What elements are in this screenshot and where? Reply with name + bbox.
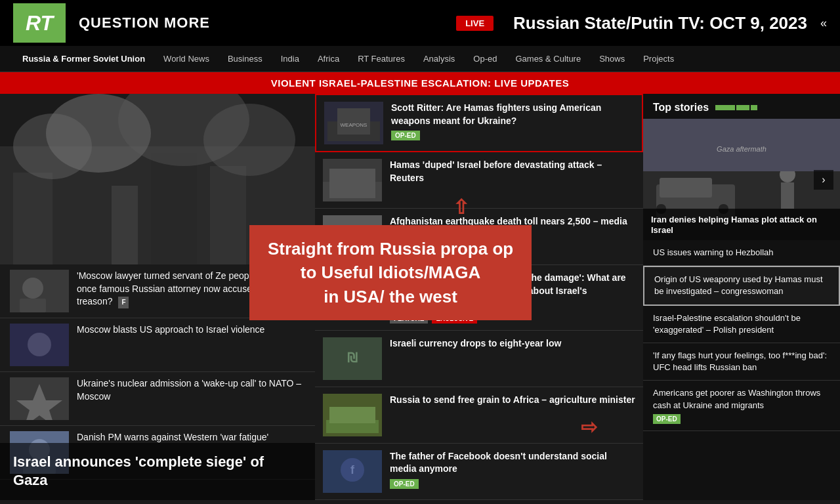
- left-story-title: Moscow blasts US approach to Israel viol…: [77, 324, 264, 337]
- story-text-block: Israeli currency drops to eight-year low: [390, 337, 635, 350]
- svg-text:f: f: [350, 463, 355, 476]
- hamas-duped-thumb: [323, 159, 382, 201]
- left-story-title: 'Moscow lawyer turned servant of Ze peop…: [77, 270, 305, 308]
- live-badge: LIVE: [456, 16, 494, 31]
- center-stories-list: WEAPONS Scott Ritter: Are Hamas fighters…: [315, 94, 643, 500]
- list-item[interactable]: WEAPONS Scott Ritter: Are Hamas fighters…: [315, 94, 643, 152]
- list-item[interactable]: 'If any flags hurt your feelings, too f*…: [643, 343, 840, 381]
- story-title: Hamas 'duped' Israel before devastating …: [390, 159, 602, 183]
- story-thumbnail: [10, 377, 69, 420]
- right-hero-image[interactable]: Gaza aftermath › Iran denies helping Ham…: [643, 119, 840, 240]
- tag-exclusive: EXCLUSIVE: [432, 314, 477, 324]
- nav-item-analysis[interactable]: Analysis: [414, 46, 464, 72]
- svg-rect-51: [781, 182, 794, 209]
- svg-rect-5: [151, 153, 197, 264]
- nav-item-shows[interactable]: Shows: [590, 46, 634, 72]
- story-text-block: Hamas 'duped' Israel before devastating …: [390, 159, 635, 184]
- story-tags: FEATURE EXCLUSIVE: [390, 314, 635, 324]
- list-item[interactable]: Israel-Palestine escalation shouldn't be…: [643, 306, 840, 343]
- scott-ritter-thumb: WEAPONS: [324, 102, 383, 144]
- right-story-title: US issues warning to Hezbollah: [653, 247, 774, 257]
- right-hero-caption: Iran denies helping Hamas plot attack on…: [651, 215, 817, 235]
- ukraine-nuclear-thumb-img: [10, 377, 69, 420]
- svg-point-11: [203, 104, 295, 176]
- list-item[interactable]: f The father of Facebook doesn't underst…: [315, 444, 643, 500]
- nav-item-business[interactable]: Business: [219, 46, 272, 72]
- nav-item-africa[interactable]: Africa: [308, 46, 348, 72]
- svg-rect-2: [13, 173, 52, 264]
- list-item[interactable]: Hamas 'duped' Israel before devastating …: [315, 152, 643, 209]
- nav-item-russia[interactable]: Russia & Former Soviet Union: [13, 46, 154, 72]
- svg-text:₪: ₪: [347, 350, 358, 365]
- logo-text: RT: [26, 11, 53, 35]
- nav-item-world[interactable]: World News: [154, 46, 219, 72]
- list-item[interactable]: Russia to send free grain to Africa – ag…: [315, 387, 643, 444]
- story-thumbnail: [10, 324, 69, 366]
- list-item[interactable]: Americans get poorer as Washington throw…: [643, 381, 840, 430]
- hero-image: [0, 94, 315, 264]
- svg-rect-47: [660, 178, 712, 198]
- list-item[interactable]: Origin of US weaponry used by Hamas must…: [643, 266, 840, 305]
- svg-rect-6: [210, 166, 246, 264]
- hero-caption: Israel announces 'complete siege' of Gaz…: [0, 443, 315, 500]
- story-thumbnail: ₪: [323, 337, 382, 380]
- story-title: 'We are completely shocked by the damage…: [390, 272, 626, 308]
- russia-grain-thumb: [323, 394, 382, 436]
- story-thumbnail: [323, 159, 382, 201]
- svg-point-31: [335, 230, 350, 246]
- svg-point-34: [348, 284, 364, 299]
- top-stories-bars: [715, 105, 757, 110]
- nav-item-games[interactable]: Games & Culture: [506, 46, 590, 72]
- svg-rect-14: [20, 299, 46, 312]
- story-text-block: The father of Facebook doesn't understan…: [390, 450, 635, 489]
- story-title: Russia to send free grain to Africa – ag…: [390, 394, 635, 405]
- svg-rect-4: [112, 186, 138, 264]
- right-sidebar: Top stories: [643, 94, 840, 500]
- list-item[interactable]: 'Moscow lawyer turned servant of Ze peop…: [0, 264, 315, 318]
- tag-feature: FEATURE: [390, 314, 428, 324]
- svg-rect-24: [337, 108, 370, 135]
- svg-rect-30: [323, 242, 382, 258]
- story-text-block: Scott Ritter: Are Hamas fighters using A…: [391, 102, 634, 140]
- list-item[interactable]: ₪ Israeli currency drops to eight-year l…: [315, 331, 643, 387]
- back-arrows[interactable]: «: [820, 16, 827, 30]
- next-story-button[interactable]: ›: [814, 170, 833, 190]
- story-thumbnail: [10, 270, 69, 312]
- breaking-news-bar[interactable]: VIOLENT ISRAEL-PALESTINE ESCALATION: LIV…: [0, 72, 840, 94]
- story-text-block: 'We are completely shocked by the damage…: [390, 272, 635, 324]
- right-story-title: 'If any flags hurt your feelings, too f*…: [653, 350, 827, 372]
- hero-illustration: [0, 94, 315, 264]
- story-title: Israeli currency drops to eight-year low: [390, 338, 561, 348]
- tag-oped: OP-ED: [653, 414, 681, 424]
- svg-point-33: [331, 284, 347, 299]
- story-thumbnail: f: [323, 450, 382, 493]
- top-stories-header: Top stories: [643, 94, 840, 119]
- nav-item-oped[interactable]: Op-ed: [464, 46, 506, 72]
- svg-text:Gaza aftermath: Gaza aftermath: [717, 145, 766, 153]
- list-item[interactable]: Moscow blasts US approach to Israel viol…: [0, 318, 315, 372]
- tag-oped: OP-ED: [391, 131, 420, 140]
- page-title: Russian State/Putin TV: OCT 9, 2023: [513, 13, 807, 33]
- list-item[interactable]: 'We are completely shocked by the damage…: [315, 265, 643, 331]
- svg-point-35: [362, 285, 375, 298]
- nav-item-projects[interactable]: Projects: [634, 46, 683, 72]
- gaza-people-thumb: [323, 272, 382, 314]
- left-story-title: Ukraine's nuclear admission a 'wake-up c…: [77, 377, 305, 403]
- story-title: Scott Ritter: Are Hamas fighters using A…: [391, 102, 601, 126]
- nav-item-india[interactable]: India: [272, 46, 308, 72]
- list-item[interactable]: Afghanistan earthquake death toll nears …: [315, 209, 643, 265]
- story-tags: OP-ED: [391, 131, 634, 140]
- nav-item-rtfeatures[interactable]: RT Features: [348, 46, 414, 72]
- question-more-text: QUESTION MORE: [79, 14, 210, 32]
- list-item[interactable]: US issues warning to Hezbollah: [643, 240, 840, 266]
- bar-3: [751, 105, 757, 110]
- story-thumbnail: [323, 215, 382, 258]
- bar-1: [715, 105, 735, 110]
- lawyer-thumb-img: [10, 270, 69, 312]
- story-thumbnail: [323, 394, 382, 436]
- list-item[interactable]: Ukraine's nuclear admission a 'wake-up c…: [0, 372, 315, 426]
- story-tags: OP-ED: [390, 479, 635, 489]
- hero-section[interactable]: Israel announces 'complete siege' of Gaz…: [0, 94, 315, 500]
- story-title: Afghanistan earthquake death toll nears …: [390, 216, 627, 226]
- svg-point-10: [13, 114, 92, 179]
